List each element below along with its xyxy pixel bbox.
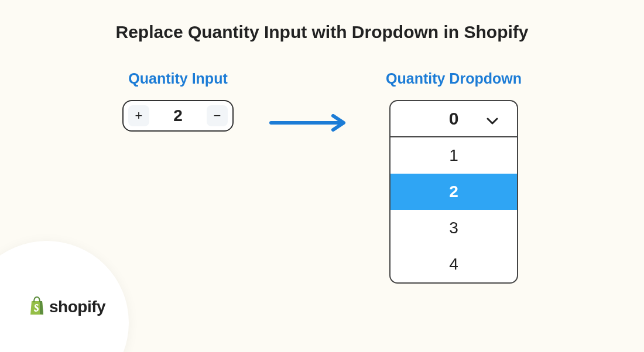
input-label: Quantity Input — [128, 70, 227, 87]
minus-button[interactable]: − — [207, 105, 228, 126]
shopify-bag-icon — [28, 296, 46, 318]
dropdown-option[interactable]: 1 — [390, 137, 517, 174]
plus-button[interactable]: + — [128, 105, 149, 126]
quantity-value: 2 — [173, 106, 183, 125]
shopify-logo: shopify — [28, 296, 105, 318]
shopify-brand-text: shopify — [49, 298, 105, 316]
dropdown-list: 1 2 3 4 — [390, 137, 517, 282]
chevron-down-icon — [487, 109, 498, 129]
dropdown-option[interactable]: 3 — [390, 210, 517, 246]
quantity-dropdown[interactable]: 0 1 2 3 4 — [389, 100, 518, 284]
dropdown-selected-value: 0 — [449, 109, 459, 129]
quantity-stepper[interactable]: + 2 − — [122, 100, 234, 132]
arrow-icon — [269, 88, 351, 158]
dropdown-option[interactable]: 2 — [390, 174, 517, 210]
dropdown-label: Quantity Dropdown — [386, 70, 522, 87]
dropdown-option[interactable]: 4 — [390, 246, 517, 282]
quantity-dropdown-column: Quantity Dropdown 0 1 2 3 4 — [386, 70, 522, 284]
page-title: Replace Quantity Input with Dropdown in … — [0, 0, 644, 42]
dropdown-selected[interactable]: 0 — [390, 101, 517, 137]
diagram-content: Quantity Input + 2 − Quantity Dropdown 0 — [0, 70, 644, 284]
quantity-input-column: Quantity Input + 2 − — [122, 70, 234, 132]
